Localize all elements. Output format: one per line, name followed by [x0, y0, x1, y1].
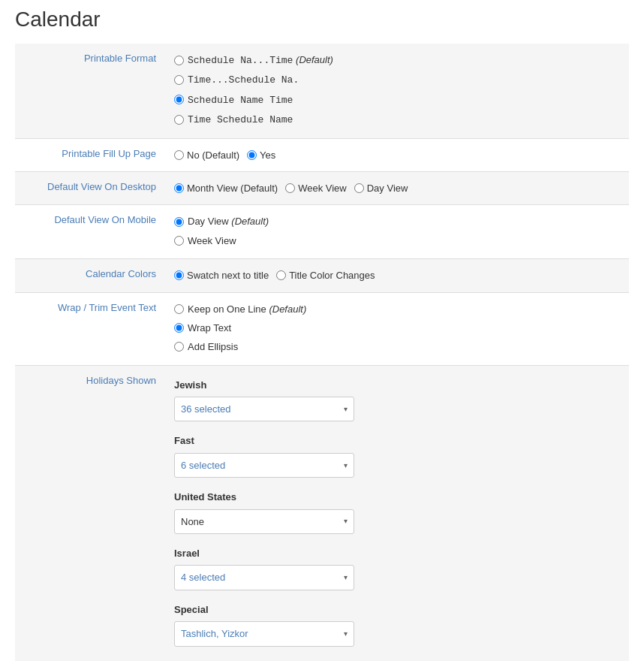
label-holidays-shown: Holidays Shown — [15, 365, 165, 661]
radio-label-dvd1[interactable]: Month View (Default) — [187, 180, 278, 197]
radio-wt3[interactable] — [174, 342, 184, 352]
holiday-select-value-special: Tashlich, Yizkor — [181, 625, 248, 642]
holiday-group-special: SpecialTashlich, Yizkor▾ — [174, 601, 620, 647]
radio-row-wt2: Wrap Text — [174, 319, 620, 337]
radio-pf4[interactable] — [174, 115, 184, 125]
radio-item-dvd2: Week View — [285, 180, 347, 197]
radio-group-default-view-desktop: Month View (Default)Week ViewDay View — [174, 180, 620, 197]
settings-row-printable-fill: Printable Fill Up PageNo (Default)Yes — [15, 138, 629, 171]
holidays-section: Jewish36 selected▾Fast6 selected▾United … — [174, 373, 620, 647]
holiday-select-value-israel: 4 selected — [181, 569, 225, 586]
radio-wt2[interactable] — [174, 323, 184, 333]
radio-cc1[interactable] — [174, 270, 184, 280]
radio-dvd1[interactable] — [174, 183, 184, 193]
value-printable-format: Schedule Na...Time (Default)Time...Sched… — [165, 44, 629, 138]
holiday-select-value-jewish: 36 selected — [181, 400, 231, 418]
holiday-select-arrow-us: ▾ — [344, 515, 348, 528]
radio-item-pfp1: No (Default) — [174, 146, 239, 164]
holiday-select-arrow-israel: ▾ — [344, 571, 348, 584]
settings-row-holidays-shown: Holidays ShownJewish36 selected▾Fast6 se… — [15, 365, 629, 661]
value-printable-fill: No (Default)Yes — [165, 138, 629, 171]
label-calendar-colors: Calendar Colors — [15, 259, 165, 292]
value-calendar-colors: Swatch next to titleTitle Color Changes — [165, 259, 629, 292]
label-printable-format: Printable Format — [15, 44, 165, 138]
label-printable-fill: Printable Fill Up Page — [15, 138, 165, 171]
holiday-group-label-fast: Fast — [174, 432, 620, 449]
radio-label-pfp2[interactable]: Yes — [260, 146, 275, 164]
radio-pf2[interactable] — [174, 75, 184, 85]
value-wrap-trim: Keep on One Line (Default)Wrap TextAdd E… — [165, 292, 629, 365]
radio-item-pfp2: Yes — [247, 146, 275, 164]
radio-group-calendar-colors: Swatch next to titleTitle Color Changes — [174, 267, 620, 284]
settings-table: Printable FormatSchedule Na...Time (Defa… — [15, 44, 629, 661]
radio-item-dvd1: Month View (Default) — [174, 180, 278, 197]
label-default-view-desktop: Default View On Desktop — [15, 171, 165, 204]
holiday-select-arrow-jewish: ▾ — [344, 403, 348, 416]
holiday-group-label-special: Special — [174, 601, 620, 618]
settings-row-default-view-desktop: Default View On DesktopMonth View (Defau… — [15, 171, 629, 204]
radio-dvm2[interactable] — [174, 236, 184, 246]
settings-row-default-view-mobile: Default View On MobileDay View (Default)… — [15, 205, 629, 259]
settings-row-printable-format: Printable FormatSchedule Na...Time (Defa… — [15, 44, 629, 138]
holiday-group-jewish: Jewish36 selected▾ — [174, 376, 620, 422]
radio-label-pf4[interactable]: Time Schedule Name — [188, 110, 293, 128]
holiday-group-label-jewish: Jewish — [174, 376, 620, 394]
radio-pfp1[interactable] — [174, 150, 184, 160]
page-title: Calendar — [15, 8, 629, 32]
radio-label-dvm2[interactable]: Week View — [188, 232, 236, 249]
radio-cc2[interactable] — [276, 270, 286, 280]
radio-pfp2[interactable] — [247, 150, 257, 160]
label-default-view-mobile: Default View On Mobile — [15, 205, 165, 259]
radio-row-dvm1: Day View (Default) — [174, 213, 620, 230]
radio-label-wt2[interactable]: Wrap Text — [188, 319, 231, 337]
radio-label-pfp1[interactable]: No (Default) — [187, 146, 239, 164]
settings-row-wrap-trim: Wrap / Trim Event TextKeep on One Line (… — [15, 292, 629, 365]
holiday-group-us: United StatesNone▾ — [174, 488, 620, 534]
radio-label-dvm1[interactable]: Day View (Default) — [188, 213, 269, 230]
holiday-select-arrow-special: ▾ — [344, 627, 348, 641]
radio-item-cc2: Title Color Changes — [276, 267, 375, 284]
radio-row-pf2: Time...Schedule Na. — [174, 71, 620, 89]
holiday-group-label-israel: Israel — [174, 545, 620, 562]
radio-pf1[interactable] — [174, 56, 184, 65]
radio-wt1[interactable] — [174, 304, 184, 314]
radio-label-cc2[interactable]: Title Color Changes — [289, 267, 375, 284]
radio-row-wt3: Add Ellipsis — [174, 338, 620, 355]
radio-label-wt1[interactable]: Keep on One Line (Default) — [188, 300, 306, 318]
holiday-select-israel[interactable]: 4 selected▾ — [174, 565, 354, 590]
radio-label-pf3[interactable]: Schedule Name Time — [188, 91, 293, 109]
radio-dvm1[interactable] — [174, 217, 184, 227]
value-default-view-desktop: Month View (Default)Week ViewDay View — [165, 171, 629, 204]
radio-row-wt1: Keep on One Line (Default) — [174, 300, 620, 318]
radio-dvd2[interactable] — [285, 183, 295, 193]
radio-row-pf1: Schedule Na...Time (Default) — [174, 51, 620, 69]
holiday-select-arrow-fast: ▾ — [344, 459, 348, 472]
value-default-view-mobile: Day View (Default)Week View — [165, 205, 629, 259]
holiday-group-label-us: United States — [174, 488, 620, 506]
radio-row-dvm2: Week View — [174, 232, 620, 249]
radio-item-dvd3: Day View — [354, 180, 408, 197]
value-holidays-shown: Jewish36 selected▾Fast6 selected▾United … — [165, 365, 629, 661]
label-wrap-trim: Wrap / Trim Event Text — [15, 292, 165, 365]
holiday-select-fast[interactable]: 6 selected▾ — [174, 453, 354, 478]
holiday-select-value-us: None — [181, 513, 204, 530]
radio-group-printable-fill: No (Default)Yes — [174, 146, 620, 164]
holiday-select-special[interactable]: Tashlich, Yizkor▾ — [174, 621, 354, 646]
radio-label-dvd3[interactable]: Day View — [367, 180, 408, 197]
radio-item-cc1: Swatch next to title — [174, 267, 269, 284]
radio-label-pf1[interactable]: Schedule Na...Time (Default) — [188, 51, 333, 69]
settings-row-calendar-colors: Calendar ColorsSwatch next to titleTitle… — [15, 259, 629, 292]
radio-row-pf4: Time Schedule Name — [174, 110, 620, 128]
holiday-group-fast: Fast6 selected▾ — [174, 432, 620, 478]
radio-label-wt3[interactable]: Add Ellipsis — [188, 338, 238, 355]
holiday-select-jewish[interactable]: 36 selected▾ — [174, 397, 354, 421]
radio-label-dvd2[interactable]: Week View — [298, 180, 347, 197]
holiday-select-us[interactable]: None▾ — [174, 509, 354, 534]
radio-label-cc1[interactable]: Swatch next to title — [187, 267, 269, 284]
holiday-select-value-fast: 6 selected — [181, 457, 225, 474]
radio-label-pf2[interactable]: Time...Schedule Na. — [188, 71, 299, 89]
radio-dvd3[interactable] — [354, 183, 364, 193]
radio-pf3[interactable] — [174, 95, 184, 104]
radio-row-pf3: Schedule Name Time — [174, 91, 620, 109]
holiday-group-israel: Israel4 selected▾ — [174, 545, 620, 590]
